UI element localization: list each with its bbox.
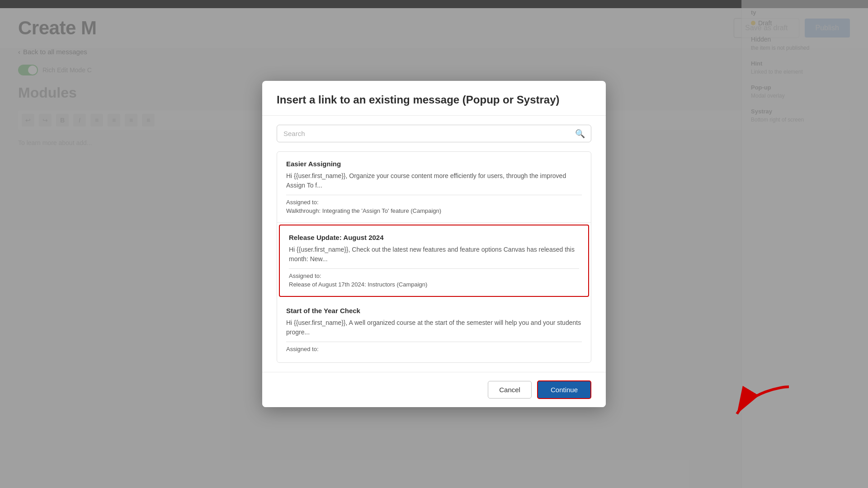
arrow-annotation	[723, 378, 796, 434]
message-item-release-update[interactable]: Release Update: August 2024 Hi {{user.fi…	[279, 225, 589, 297]
assigned-value-2: Release of August 17th 2024: Instructors…	[289, 281, 579, 288]
message-preview-release-update: Hi {{user.first_name}}, Check out the la…	[289, 245, 579, 264]
message-title-release-update: Release Update: August 2024	[289, 234, 579, 241]
message-list: Easier Assigning Hi {{user.first_name}},…	[277, 151, 591, 363]
message-divider-2	[289, 268, 579, 269]
search-icon: 🔍	[575, 129, 585, 139]
search-wrapper: 🔍	[277, 125, 591, 142]
message-title-start-of-year: Start of the Year Check	[286, 307, 582, 314]
message-preview-easier-assigning: Hi {{user.first_name}}, Organize your co…	[286, 171, 582, 190]
message-item-easier-assigning[interactable]: Easier Assigning Hi {{user.first_name}},…	[277, 152, 591, 223]
cancel-button[interactable]: Cancel	[488, 381, 532, 399]
message-divider-1	[286, 195, 582, 195]
modal-body: 🔍 Easier Assigning Hi {{user.first_name}…	[262, 116, 606, 372]
continue-button[interactable]: Continue	[537, 380, 591, 399]
search-input[interactable]	[277, 125, 591, 142]
assigned-label-1: Assigned to:	[286, 199, 582, 206]
modal-title: Insert a link to an existing message (Po…	[277, 94, 591, 106]
modal-footer: Cancel Continue	[262, 372, 606, 407]
assigned-value-1: Walkthrough: Integrating the 'Assign To'…	[286, 207, 582, 214]
arrow-svg	[723, 378, 796, 432]
insert-link-modal: Insert a link to an existing message (Po…	[262, 81, 606, 407]
assigned-label-3: Assigned to:	[286, 346, 582, 352]
message-divider-3	[286, 342, 582, 342]
message-title-easier-assigning: Easier Assigning	[286, 160, 582, 168]
assigned-label-2: Assigned to:	[289, 272, 579, 279]
modal-header: Insert a link to an existing message (Po…	[262, 81, 606, 116]
message-preview-start-of-year: Hi {{user.first_name}}, A well organized…	[286, 318, 582, 337]
message-item-start-of-year[interactable]: Start of the Year Check Hi {{user.first_…	[277, 299, 591, 362]
